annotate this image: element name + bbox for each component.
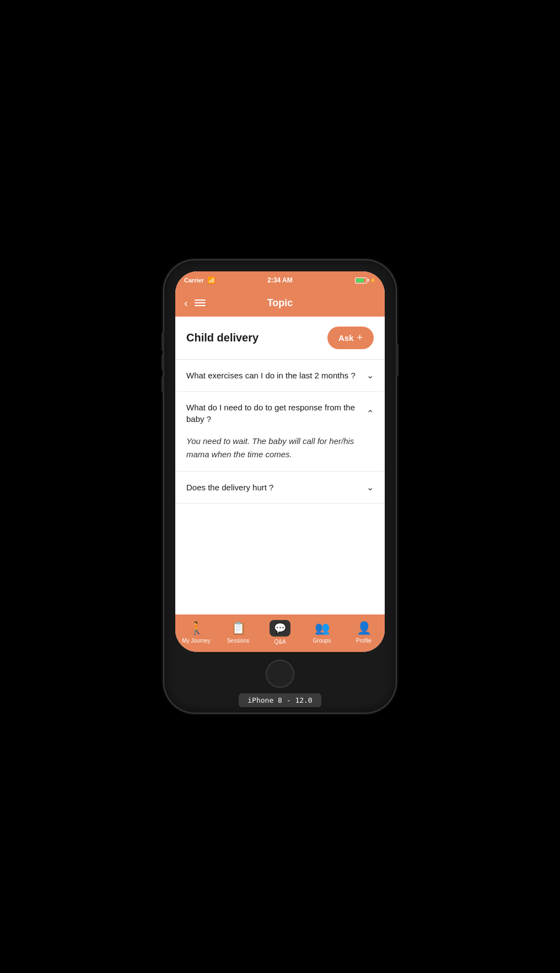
battery-fill	[356, 279, 364, 282]
ask-label: Ask	[338, 333, 354, 343]
faq-question-1[interactable]: What exercises can I do in the last 2 mo…	[175, 360, 385, 391]
topic-title: Child delivery	[186, 332, 259, 344]
faq-item-3: Does the delivery hurt ? ⌄	[175, 472, 385, 504]
groups-icon: 👥	[315, 621, 330, 635]
tab-profile-label: Profile	[356, 638, 371, 644]
faq-question-3[interactable]: Does the delivery hurt ? ⌄	[175, 472, 385, 503]
tab-groups[interactable]: 👥 Groups	[301, 621, 343, 644]
home-button[interactable]	[266, 660, 294, 688]
wifi-icon: 📶	[207, 276, 216, 284]
faq-question-text-3: Does the delivery hurt ?	[186, 482, 367, 493]
tab-profile[interactable]: 👤 Profile	[343, 621, 385, 644]
tab-groups-label: Groups	[313, 638, 331, 644]
nav-title: Topic	[267, 297, 293, 309]
carrier-label: Carrier	[184, 277, 204, 284]
tab-qa-label: Q&A	[274, 639, 286, 645]
tab-sessions[interactable]: 📋 Sessions	[217, 621, 259, 644]
chevron-up-icon-2: ⌃	[367, 408, 374, 419]
battery-indicator	[355, 277, 367, 284]
tab-sessions-label: Sessions	[227, 638, 250, 644]
faq-question-text-2: What do I need to do to get response fro…	[186, 402, 367, 425]
phone-device: Carrier 📶 2:34 AM ⚡ ‹ Topic	[164, 260, 396, 713]
status-time: 2:34 AM	[267, 276, 293, 284]
chevron-down-icon-3: ⌄	[367, 482, 374, 493]
faq-question-text-1: What exercises can I do in the last 2 mo…	[186, 370, 367, 381]
volume-up-button	[161, 354, 164, 371]
status-bar: Carrier 📶 2:34 AM ⚡	[175, 271, 385, 289]
tab-qa[interactable]: 💬 Q&A	[259, 620, 301, 645]
faq-item-1: What exercises can I do in the last 2 mo…	[175, 360, 385, 392]
ask-plus-icon: +	[357, 332, 363, 344]
qa-icon: 💬	[274, 623, 286, 634]
faq-question-2[interactable]: What do I need to do to get response fro…	[175, 392, 385, 435]
menu-button[interactable]	[195, 300, 206, 306]
back-button[interactable]: ‹	[184, 297, 188, 309]
charging-bolt-icon: ⚡	[370, 277, 376, 283]
main-content: Child delivery Ask + What exercises can …	[175, 317, 385, 614]
tab-bar: 🚶 My Journey 📋 Sessions 💬 Q&A 👥 Groups 👤…	[175, 614, 385, 652]
status-right: ⚡	[355, 277, 376, 284]
sessions-icon: 📋	[231, 621, 246, 635]
faq-answer-text-2: You need to wait. The baby will call for…	[186, 435, 374, 461]
faq-answer-2: You need to wait. The baby will call for…	[175, 435, 385, 471]
my-journey-icon: 🚶	[189, 621, 204, 635]
tab-my-journey-label: My Journey	[182, 638, 211, 644]
faq-item-2: What do I need to do to get response fro…	[175, 392, 385, 472]
topic-header: Child delivery Ask +	[175, 317, 385, 360]
volume-down-button	[161, 376, 164, 393]
profile-icon: 👤	[357, 621, 371, 635]
status-left: Carrier 📶	[184, 276, 216, 284]
tab-my-journey[interactable]: 🚶 My Journey	[175, 621, 217, 644]
chevron-down-icon-1: ⌄	[367, 370, 374, 381]
nav-bar: ‹ Topic	[175, 289, 385, 317]
phone-screen: Carrier 📶 2:34 AM ⚡ ‹ Topic	[175, 271, 385, 652]
ask-button[interactable]: Ask +	[327, 327, 374, 349]
device-model-label: iPhone 8 - 12.0	[239, 693, 321, 707]
